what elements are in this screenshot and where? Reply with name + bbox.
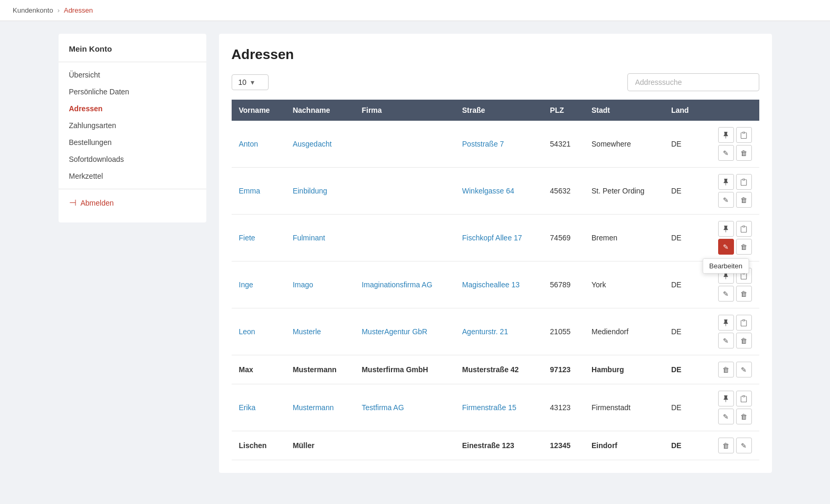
land-cell: DE	[664, 261, 702, 308]
vorname-cell: Anton	[232, 121, 285, 168]
firma-cell: Imaginationsfirma AG	[354, 261, 454, 308]
edit-button[interactable]: ✎	[718, 409, 734, 424]
strasse-cell: Fischkopf Allee 17	[455, 215, 543, 261]
delete-button[interactable]: 🗑	[736, 333, 752, 348]
actions-cell: ✎🗑	[702, 308, 759, 355]
edit-button[interactable]: ✎	[718, 239, 734, 255]
stadt-cell: Somewhere	[584, 121, 664, 168]
delete-button[interactable]: 🗑	[718, 362, 734, 377]
delete-button[interactable]: 🗑	[736, 286, 752, 302]
edit-button[interactable]: ✎	[736, 438, 752, 453]
col-header-nachname: Nachname	[285, 100, 355, 121]
plz-cell: 54321	[542, 121, 584, 168]
nachname-cell: Imago	[285, 261, 355, 308]
land-cell: DE	[664, 431, 702, 460]
breadcrumb-separator: ›	[58, 6, 60, 14]
delete-button[interactable]: 🗑	[736, 239, 752, 255]
delete-button[interactable]: 🗑	[736, 145, 752, 161]
stadt-cell: Eindorf	[584, 431, 664, 460]
sidebar-item-sofortdownloads[interactable]: Sofortdownloads	[59, 151, 206, 168]
col-header-straße: Straße	[455, 100, 543, 121]
tag-button[interactable]	[718, 391, 734, 406]
table-row: AntonAusgedachtPoststraße 754321Somewher…	[232, 121, 759, 168]
table-controls: 10 ▾	[232, 73, 759, 91]
land-cell: DE	[664, 355, 702, 384]
edit-button[interactable]: ✎	[736, 362, 752, 377]
delete-button[interactable]: 🗑	[736, 192, 752, 208]
copy-button[interactable]	[736, 221, 752, 237]
actions-cell: ✎🗑	[702, 121, 759, 168]
tag-button[interactable]	[718, 127, 734, 143]
sidebar-item-übersicht[interactable]: Übersicht	[59, 66, 206, 83]
delete-button[interactable]: 🗑	[736, 409, 752, 424]
copy-button[interactable]	[736, 391, 752, 406]
strasse-cell: Musterstraße 42	[455, 355, 543, 384]
sidebar-divider	[59, 189, 206, 189]
edit-button[interactable]: ✎	[718, 333, 734, 348]
vorname-cell: Max	[232, 355, 285, 384]
plz-cell: 21055	[542, 308, 584, 355]
breadcrumb-current: Adressen	[64, 6, 93, 14]
land-cell: DE	[664, 121, 702, 168]
edit-button[interactable]: ✎	[718, 192, 734, 208]
copy-button[interactable]	[736, 315, 752, 331]
per-page-select[interactable]: 10 ▾	[232, 74, 269, 90]
land-cell: DE	[664, 308, 702, 355]
nachname-cell: Mustermann	[285, 355, 355, 384]
plz-cell: 43123	[542, 384, 584, 431]
plz-cell: 74569	[542, 215, 584, 261]
vorname-cell: Lischen	[232, 431, 285, 460]
nachname-cell: Mustermann	[285, 384, 355, 431]
sidebar-item-persönliche-daten[interactable]: Persönliche Daten	[59, 83, 206, 100]
delete-button[interactable]: 🗑	[718, 438, 734, 453]
actions-cell: 🗑✎	[702, 431, 759, 460]
stadt-cell: Mediendorf	[584, 308, 664, 355]
table-row: FieteFulminantFischkopf Allee 1774569Bre…	[232, 215, 759, 261]
tag-button[interactable]	[718, 174, 734, 190]
stadt-cell: Bremen	[584, 215, 664, 261]
search-input[interactable]	[627, 73, 759, 91]
breadcrumb-parent[interactable]: Kundenkonto	[13, 6, 53, 14]
tag-button[interactable]	[718, 221, 734, 237]
strasse-cell: Agenturstr. 21	[455, 308, 543, 355]
header-row: VornameNachnameFirmaStraßePLZStadtLand	[232, 100, 759, 121]
sidebar-nav: ÜbersichtPersönliche DatenAdressenZahlun…	[59, 66, 206, 185]
strasse-cell: Magischeallee 13	[455, 261, 543, 308]
copy-button[interactable]	[736, 127, 752, 143]
strasse-cell: Einestraße 123	[455, 431, 543, 460]
firma-cell	[354, 121, 454, 168]
tag-button[interactable]	[718, 315, 734, 331]
sidebar-item-zahlungsarten[interactable]: Zahlungsarten	[59, 117, 206, 134]
actions-cell: 🗑✎	[702, 355, 759, 384]
stadt-cell: Hamburg	[584, 355, 664, 384]
copy-button[interactable]	[736, 268, 752, 284]
stadt-cell: Firmenstadt	[584, 384, 664, 431]
sidebar-item-adressen[interactable]: Adressen	[59, 100, 206, 117]
table-row: LischenMüllerEinestraße 12312345EindorfD…	[232, 431, 759, 460]
col-header-stadt: Stadt	[584, 100, 664, 121]
main-layout: Mein Konto ÜbersichtPersönliche DatenAdr…	[46, 34, 785, 473]
firma-cell: MusterAgentur GbR	[354, 308, 454, 355]
sidebar: Mein Konto ÜbersichtPersönliche DatenAdr…	[59, 34, 206, 222]
sidebar-item-merkzettel[interactable]: Merkzettel	[59, 168, 206, 185]
col-header-vorname: Vorname	[232, 100, 285, 121]
sidebar-title: Mein Konto	[59, 44, 206, 62]
actions-cell: ✎🗑	[702, 168, 759, 215]
land-cell: DE	[664, 215, 702, 261]
content-area: Adressen 10 ▾ VornameNachnameFirmaStraße…	[219, 34, 772, 473]
table-row: LeonMusterleMusterAgentur GbRAgenturstr.…	[232, 308, 759, 355]
table-row: EmmaEinbildungWinkelgasse 6445632St. Pet…	[232, 168, 759, 215]
table-body: AntonAusgedachtPoststraße 754321Somewher…	[232, 121, 759, 460]
edit-button[interactable]: ✎	[718, 145, 734, 161]
copy-button[interactable]	[736, 174, 752, 190]
sidebar-item-bestellungen[interactable]: Bestellungen	[59, 134, 206, 151]
stadt-cell: York	[584, 261, 664, 308]
edit-button[interactable]: ✎	[718, 286, 734, 302]
sidebar-logout-button[interactable]: ⊣ Abmelden	[59, 193, 206, 212]
tag-button[interactable]	[718, 268, 734, 284]
nachname-cell: Fulminant	[285, 215, 355, 261]
vorname-cell: Inge	[232, 261, 285, 308]
vorname-cell: Erika	[232, 384, 285, 431]
plz-cell: 97123	[542, 355, 584, 384]
actions-cell: ✎🗑	[702, 384, 759, 431]
